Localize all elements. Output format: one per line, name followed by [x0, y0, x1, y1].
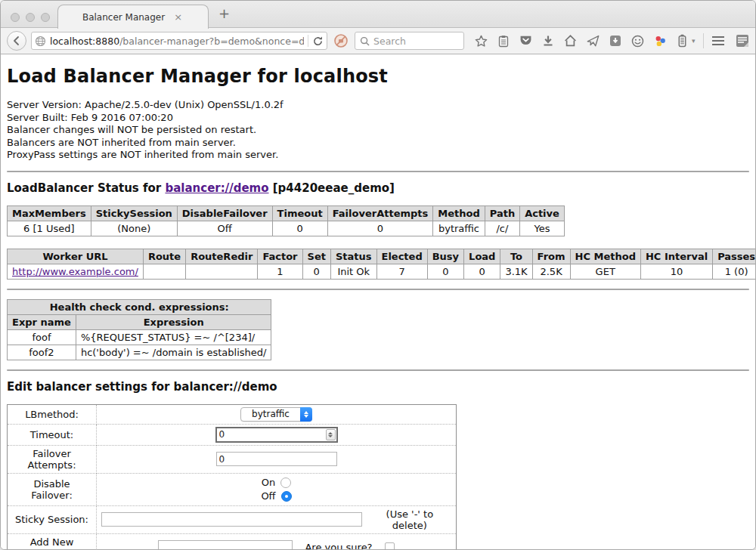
failover-on-radio[interactable]	[280, 477, 291, 488]
add-worker-row: Add New Worker: Are you sure?	[8, 533, 457, 550]
add-worker-label: Add New Worker:	[8, 533, 97, 550]
extension-dots-icon[interactable]	[654, 35, 667, 48]
status-heading-prefix: LoadBalancer Status for	[7, 181, 165, 195]
divider	[7, 171, 749, 172]
col-timeout: Timeout	[272, 205, 327, 221]
browser-tab[interactable]: Balancer Manager ×	[57, 5, 209, 29]
table-header-row: Expr name Expression	[8, 314, 271, 329]
lbmethod-value: bytraffic	[252, 409, 300, 419]
edit-settings-heading: Edit balancer settings for balancer://de…	[7, 380, 749, 394]
window-controls	[11, 13, 50, 22]
sticky-session-input[interactable]	[101, 512, 362, 527]
notice-persist: Balancer changes will NOT be persisted o…	[7, 124, 749, 137]
url-divider	[308, 35, 308, 47]
pocket-icon[interactable]	[519, 35, 532, 47]
navigation-toolbar: localhost:8880/balancer-manager?b=demo&n…	[1, 28, 755, 54]
worker-table: Worker URL Route RouteRedir Factor Set S…	[7, 249, 755, 280]
url-bar[interactable]: localhost:8880/balancer-manager?b=demo&n…	[31, 32, 327, 50]
lbmethod-label: LBmethod:	[8, 404, 97, 424]
table-row: foof %{REQUEST_STATUS} =~ /^[234]/	[8, 329, 271, 345]
window-close-button[interactable]	[11, 13, 20, 22]
new-tab-button[interactable]: +	[218, 7, 230, 20]
divider	[7, 289, 749, 290]
browser-window: Balancer Manager × + localhost:8880/bala…	[0, 0, 756, 550]
col-method: Method	[433, 205, 485, 221]
col-expression: Expression	[76, 314, 271, 329]
chevron-down-icon[interactable]: ▾	[692, 37, 696, 45]
battery-icon[interactable]	[677, 34, 688, 48]
failover-attempts-label: Failover Attempts:	[8, 445, 97, 473]
status-heading-suffix: [p4420eeae_demo]	[269, 181, 395, 195]
url-text[interactable]: localhost:8880/balancer-manager?b=demo&n…	[50, 36, 304, 47]
title-bar: Balancer Manager × +	[1, 1, 755, 28]
sticky-session-label: Sticky Session:	[8, 505, 97, 533]
col-maxmembers: MaxMembers	[8, 205, 91, 221]
select-stepper-icon	[300, 407, 312, 422]
panel-download-icon[interactable]	[609, 35, 621, 47]
tab-close-icon[interactable]: ×	[172, 11, 184, 23]
search-bar[interactable]	[355, 32, 464, 50]
col-path: Path	[485, 205, 519, 221]
notice-proxypass: ProxyPass settings are NOT inherited fro…	[7, 149, 749, 162]
download-arrow-icon[interactable]	[542, 35, 554, 47]
server-version: Server Version: Apache/2.5.0-dev (Unix) …	[7, 99, 749, 112]
page-content: Load Balancer Manager for localhost Serv…	[1, 54, 755, 550]
url-path: /balancer-manager?b=demo&nonce=decc37be-…	[119, 36, 304, 47]
balancer-status-table: MaxMembers StickySession DisableFailover…	[7, 205, 565, 236]
failover-off-radio[interactable]	[281, 491, 292, 502]
toolbar-divider	[703, 33, 704, 48]
menu-hamburger-icon[interactable]	[711, 36, 725, 46]
lbmethod-select[interactable]: bytraffic	[240, 407, 312, 422]
col-stickysession: StickySession	[91, 205, 177, 221]
col-disablefailover: DisableFailover	[177, 205, 272, 221]
balancer-link[interactable]: balancer://demo	[165, 181, 268, 195]
server-built: Server Built: Feb 9 2016 07:00:20	[7, 112, 749, 125]
globe-icon	[35, 36, 46, 47]
feedback-smiley-icon[interactable]	[631, 35, 644, 48]
timeout-row: Timeout:	[8, 424, 457, 445]
timeout-input[interactable]	[215, 427, 338, 443]
notes-grid-icon[interactable]	[736, 34, 749, 48]
table-row: 6 [1 Used] (None) Off 0 0 bytraffic /c/ …	[8, 221, 565, 236]
lbmethod-row: LBmethod: bytraffic	[8, 404, 457, 424]
on-label: On	[262, 476, 275, 490]
disable-failover-row: Disable Failover: On Off	[8, 473, 457, 505]
bookmarks-clipboard-icon[interactable]	[497, 35, 510, 48]
table-row: foof2 hc('body') =~ /domain is establish…	[8, 345, 271, 360]
sticky-session-hint: (Use '-' to delete)	[368, 508, 451, 531]
plugin-blocked-icon[interactable]	[333, 33, 349, 48]
sticky-session-row: Sticky Session: (Use '-' to delete)	[8, 505, 457, 533]
status-heading: LoadBalancer Status for balancer://demo …	[7, 181, 749, 195]
bookmark-star-icon[interactable]	[475, 35, 488, 48]
failover-attempts-row: Failover Attempts:	[8, 445, 457, 473]
divider	[7, 369, 749, 371]
health-check-table: Health check cond. expressions: Expr nam…	[7, 299, 271, 360]
table-row: http://www.example.com/ 1 0 Init Ok 7 0 …	[8, 264, 756, 279]
are-you-sure-label: Are you sure?	[305, 542, 372, 550]
health-table-title: Health check cond. expressions:	[8, 299, 271, 314]
search-input[interactable]	[373, 36, 449, 47]
home-icon[interactable]	[564, 35, 577, 47]
add-worker-input[interactable]	[158, 540, 293, 550]
reload-icon[interactable]	[312, 36, 324, 47]
col-failoverattempts: FailoverAttempts	[327, 205, 433, 221]
number-spinner-icon[interactable]	[326, 429, 336, 440]
window-minimize-button[interactable]	[26, 13, 35, 22]
off-label: Off	[261, 490, 275, 503]
balancer-settings-form: LBmethod: bytraffic Timeout:	[7, 404, 457, 550]
failover-attempts-input[interactable]	[216, 452, 337, 466]
worker-url-link[interactable]: http://www.example.com/	[12, 266, 138, 277]
url-domain: localhost:8880	[50, 36, 119, 47]
page-title: Load Balancer Manager for localhost	[7, 66, 749, 87]
server-info: Server Version: Apache/2.5.0-dev (Unix) …	[7, 99, 749, 162]
timeout-label: Timeout:	[8, 424, 97, 445]
col-active: Active	[520, 205, 565, 221]
are-you-sure-checkbox[interactable]	[385, 542, 395, 550]
disable-failover-label: Disable Failover:	[8, 473, 97, 505]
search-icon	[360, 36, 370, 46]
tab-title: Balancer Manager	[82, 12, 165, 23]
send-plane-icon[interactable]	[587, 35, 600, 47]
back-button[interactable]	[7, 31, 26, 51]
window-zoom-button[interactable]	[41, 13, 50, 22]
table-title-row: Health check cond. expressions:	[8, 299, 271, 314]
